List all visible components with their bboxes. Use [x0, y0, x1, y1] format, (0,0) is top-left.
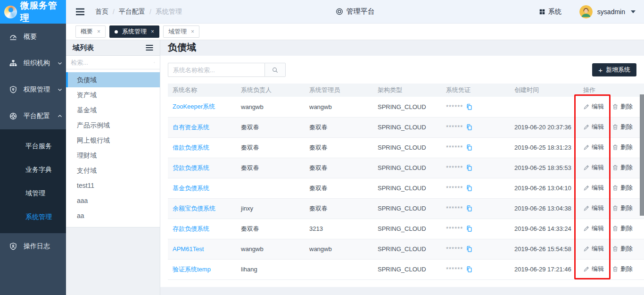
domain-item[interactable]: aaa	[66, 193, 160, 208]
shield-user-icon	[9, 242, 17, 251]
breadcrumb-separator: /	[149, 8, 151, 16]
search-button[interactable]	[264, 63, 286, 77]
trash-icon	[612, 144, 619, 151]
copy-icon[interactable]	[466, 185, 473, 192]
delete-button[interactable]: 删除	[612, 244, 633, 253]
system-name-link[interactable]: 贷款负债系统	[173, 164, 209, 171]
edit-button[interactable]: 编辑	[583, 265, 604, 273]
close-icon[interactable]: ×	[191, 28, 194, 35]
admin-cell: 秦双春	[305, 178, 373, 198]
admin-cell: 秦双春	[305, 198, 373, 219]
tab-label: 域管理	[168, 27, 187, 36]
owner-cell: lihang	[236, 259, 305, 279]
arch-cell: SPRING_CLOUD	[373, 158, 441, 178]
avatar[interactable]	[579, 5, 593, 18]
system-name-link[interactable]: 存款负债系统	[173, 225, 209, 232]
app-logo: 微服务管理	[0, 0, 66, 24]
panel-collapse-icon[interactable]	[145, 43, 154, 52]
table-row: ZooKeeper系统 wangwb wangwb SPRING_CLOUD *…	[168, 97, 644, 117]
credential-mask: ******	[446, 266, 463, 273]
system-name-link[interactable]: APM61Test	[173, 245, 204, 253]
close-icon[interactable]: ×	[151, 28, 154, 35]
domain-search	[66, 56, 160, 69]
delete-button[interactable]: 删除	[612, 224, 633, 233]
copy-icon[interactable]	[466, 205, 473, 212]
edit-button[interactable]: 编辑	[583, 224, 604, 233]
domain-item[interactable]: 资产域	[66, 87, 160, 102]
owner-cell: 秦双春	[236, 219, 305, 239]
delete-button[interactable]: 删除	[612, 102, 633, 111]
edit-button[interactable]: 编辑	[583, 143, 604, 152]
close-icon[interactable]: ×	[97, 28, 100, 35]
delete-button[interactable]: 删除	[612, 123, 633, 131]
caret-down-icon[interactable]	[631, 10, 636, 13]
breadcrumb-platform-config[interactable]: 平台配置	[119, 8, 145, 16]
table-scrollbar-thumb[interactable]	[640, 94, 644, 216]
sidebar-item-organization[interactable]: 组织机构	[0, 50, 66, 76]
copy-icon[interactable]	[466, 124, 473, 131]
system-name-link[interactable]: 借款负债系统	[173, 144, 209, 151]
copy-icon[interactable]	[466, 144, 473, 151]
sidebar-item-operation-log[interactable]: 操作日志	[0, 233, 66, 260]
table-row: APM61Test wangwb wangwb SPRING_CLOUD ***…	[168, 239, 644, 259]
sidebar-item-label: 平台配置	[24, 112, 50, 120]
search-icon[interactable]	[154, 59, 155, 66]
credential-mask: ******	[446, 144, 463, 151]
tab-bar: 概要 × 系统管理 × 域管理 ×	[66, 24, 644, 40]
copy-icon[interactable]	[466, 225, 473, 232]
edit-button[interactable]: 编辑	[583, 184, 604, 192]
system-name-link[interactable]: 自有资金系统	[173, 124, 209, 131]
submenu-item-domain-management[interactable]: 域管理	[0, 181, 66, 205]
sidebar-item-platform-config[interactable]: 平台配置	[0, 103, 66, 129]
edit-button[interactable]: 编辑	[583, 102, 604, 111]
system-search-input[interactable]	[168, 63, 264, 77]
tab-domain-management[interactable]: 域管理 ×	[163, 25, 199, 38]
delete-button[interactable]: 删除	[612, 143, 633, 152]
system-name-link[interactable]: 验证系统temp	[173, 266, 211, 273]
domain-item[interactable]: test11	[66, 178, 160, 193]
system-name-link[interactable]: 基金负债系统	[173, 185, 209, 192]
edit-button[interactable]: 编辑	[583, 244, 604, 253]
delete-button[interactable]: 删除	[612, 204, 633, 212]
copy-icon[interactable]	[466, 245, 473, 253]
domain-item-selected[interactable]: 负债域	[66, 72, 160, 87]
sidebar-toggle-icon[interactable]	[74, 6, 86, 17]
add-system-button[interactable]: + 新增系统	[592, 63, 636, 76]
breadcrumb-home[interactable]: 首页	[95, 8, 108, 16]
domain-item[interactable]: 支付域	[66, 163, 160, 178]
submenu-item-platform-services[interactable]: 平台服务	[0, 134, 66, 158]
submenu-item-business-dictionary[interactable]: 业务字典	[0, 158, 66, 181]
admin-cell: 秦双春	[305, 117, 373, 137]
workspace-switcher[interactable]: 系统	[539, 8, 561, 16]
owner-cell: wangwb	[236, 97, 305, 117]
sidebar-item-overview[interactable]: 概要	[0, 24, 66, 50]
edit-button[interactable]: 编辑	[583, 204, 604, 212]
domain-search-input[interactable]	[71, 59, 154, 66]
domain-item[interactable]: 理财域	[66, 148, 160, 163]
created-cell: 2019-06-29 17:21:46	[510, 259, 578, 279]
app-title: 微服务管理	[20, 0, 66, 24]
domain-item[interactable]: 基金域	[66, 102, 160, 118]
system-name-link[interactable]: ZooKeeper系统	[173, 103, 215, 110]
copy-icon[interactable]	[466, 164, 473, 171]
domain-item[interactable]: 网上银行域	[66, 133, 160, 148]
delete-button[interactable]: 删除	[612, 163, 633, 172]
domain-item[interactable]: aa	[66, 208, 160, 223]
admin-cell: wangwb	[305, 239, 373, 259]
breadcrumb: 首页 / 平台配置 / 系统管理	[95, 8, 182, 16]
edit-button[interactable]: 编辑	[583, 123, 604, 131]
submenu-item-system-management[interactable]: 系统管理	[0, 205, 66, 228]
copy-icon[interactable]	[466, 266, 473, 273]
tab-overview[interactable]: 概要 ×	[75, 25, 106, 38]
system-name-link[interactable]: 余额宝负债系统	[173, 205, 215, 212]
domain-item[interactable]: 产品示例域	[66, 118, 160, 133]
copy-icon[interactable]	[466, 103, 473, 110]
edit-button[interactable]: 编辑	[583, 163, 604, 172]
created-cell: 2019-06-20 20:37:36	[510, 117, 578, 137]
username[interactable]: sysadmin	[597, 8, 625, 16]
sidebar-item-permissions[interactable]: 权限管理	[0, 76, 66, 103]
trash-icon	[612, 225, 619, 232]
delete-button[interactable]: 删除	[612, 184, 633, 192]
tab-system-management[interactable]: 系统管理 ×	[109, 25, 159, 38]
delete-button[interactable]: 删除	[612, 265, 633, 273]
